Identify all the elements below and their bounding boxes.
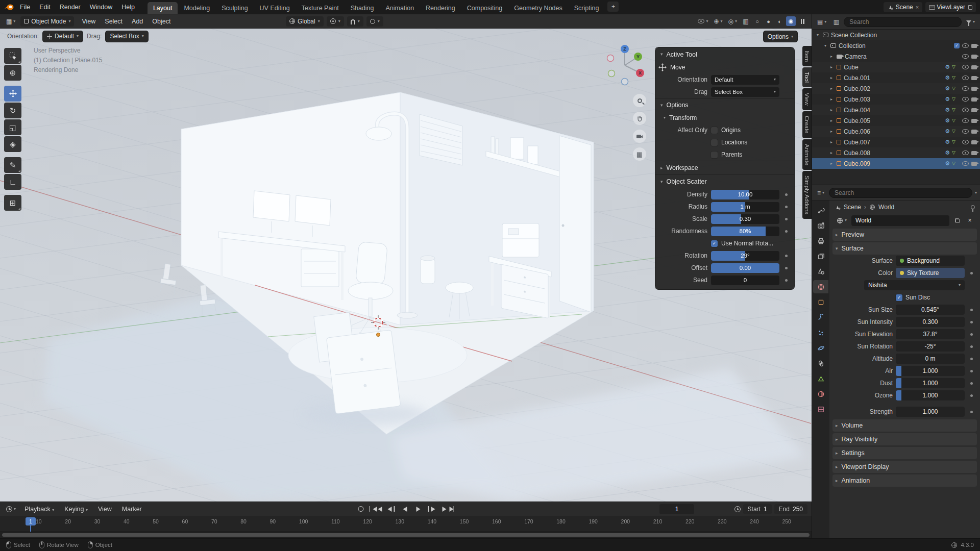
zoom-icon[interactable] [633, 94, 646, 107]
tool-rotate[interactable]: ↻ [4, 103, 21, 118]
number-field[interactable]: -25° [896, 341, 965, 352]
shading-rendered-button[interactable]: ◉ [786, 16, 796, 26]
unlink-datablock-icon[interactable]: × [965, 215, 975, 226]
workspace-tab[interactable]: Sculpting [216, 2, 253, 14]
topbar-menu[interactable]: Help [117, 2, 139, 12]
mode-dropdown[interactable]: Object Mode ▾ [20, 16, 74, 27]
viewport-canvas[interactable]: Orientation: Default ▾ Drag: Select Box … [0, 29, 812, 502]
animate-dot[interactable] [970, 382, 973, 385]
disable-render-icon[interactable] [971, 140, 977, 144]
workspace-tab[interactable]: Geometry Nodes [508, 2, 568, 14]
tab-constraints[interactable] [813, 357, 828, 370]
expand-arrow-icon[interactable]: ▸ [829, 86, 834, 91]
workspace-panel-header[interactable]: ▸ Workspace [655, 161, 794, 174]
number-field[interactable]: 0 m [896, 354, 965, 364]
hide-viewport-icon[interactable] [962, 86, 969, 91]
copy-datablock-icon[interactable] [952, 215, 962, 226]
topbar-menu[interactable]: Edit [35, 2, 55, 12]
collection-row[interactable]: ▾ Collection ✓ [812, 40, 980, 51]
chevron-down-icon[interactable]: ▾ [975, 191, 977, 195]
workspace-tab[interactable]: Scripting [569, 2, 605, 14]
expand-arrow-icon[interactable]: ▸ [829, 76, 834, 80]
workspace-tab[interactable]: Rendering [420, 2, 461, 14]
animate-dot[interactable] [970, 333, 973, 336]
origins-checkbox[interactable] [711, 127, 718, 134]
tool-move[interactable] [4, 86, 21, 102]
sidebar-tab[interactable]: Simply Addons [802, 171, 812, 219]
animate-dot[interactable] [970, 272, 973, 274]
workspace-tab[interactable]: UV Editing [254, 2, 296, 14]
outliner-object-row[interactable]: ▸ Camera ⚙ ▽ [812, 51, 980, 62]
expand-arrow-icon[interactable]: ▸ [829, 140, 834, 144]
value-slider[interactable]: 0.00 [711, 263, 779, 273]
workspace-tab[interactable]: Shading [345, 2, 380, 14]
timeline-menu[interactable]: Keying ▾ [60, 504, 92, 514]
value-slider[interactable]: 0 [711, 276, 779, 285]
tab-scene[interactable] [813, 265, 828, 278]
hide-viewport-icon[interactable] [962, 65, 969, 69]
options-dropdown[interactable]: Options ▾ [764, 31, 797, 42]
scene-selector[interactable]: Scene × [884, 2, 922, 12]
play-button[interactable] [412, 504, 425, 514]
outliner-object-row[interactable]: ▸ Cube.005 ⚙ ▽ [812, 115, 980, 126]
collapsed-panel-header[interactable]: ▸ Ray Visibility [832, 433, 977, 445]
toggle-xray-button[interactable]: ▥ [741, 16, 751, 27]
number-field[interactable]: 0.300 [896, 317, 965, 327]
use-normal-rotation-checkbox[interactable]: ✓ [711, 240, 718, 247]
sidebar-tab[interactable]: Tool [802, 67, 812, 87]
collapsed-panel-header[interactable]: ▸ Viewport Display [832, 461, 977, 473]
animate-dot[interactable] [970, 394, 973, 397]
workspace-tab[interactable]: Layout [148, 2, 178, 14]
collapsed-panel-header[interactable]: ▸ Animation [832, 474, 977, 487]
proportional-editing-dropdown[interactable]: ▾ [366, 16, 383, 27]
preview-panel-header[interactable]: ▸ Preview [832, 229, 977, 241]
viewport-menu[interactable]: Add [127, 16, 148, 27]
properties-search-input[interactable] [829, 188, 972, 198]
expand-arrow-icon[interactable]: ▸ [829, 151, 834, 155]
navigation-gizmo[interactable]: Z Y X [601, 42, 648, 89]
blender-logo-icon[interactable] [4, 3, 14, 12]
animate-dot[interactable] [970, 411, 973, 413]
disable-render-icon[interactable] [971, 130, 977, 134]
viewport-menu[interactable]: Object [148, 16, 175, 27]
outliner-object-row[interactable]: ▸ Cube.008 ⚙ ▽ [812, 147, 980, 158]
outliner-object-row[interactable]: ▸ Cube.002 ⚙ ▽ [812, 83, 980, 94]
tab-output[interactable] [813, 234, 828, 247]
current-frame-field[interactable]: 1 [659, 504, 694, 514]
setting-dropdown[interactable]: Default ▾ [711, 75, 779, 85]
hide-viewport-icon[interactable] [962, 151, 969, 155]
collapsed-panel-header[interactable]: ▸ Volume [832, 419, 977, 432]
tab-world[interactable] [813, 280, 828, 293]
disable-render-icon[interactable] [971, 97, 977, 102]
show-gizmos-dropdown[interactable]: ⊕ ▾ [712, 16, 724, 27]
workspace-tab[interactable]: Animation [380, 2, 420, 14]
expand-arrow-icon[interactable]: ▸ [829, 54, 834, 59]
outliner-object-row[interactable]: ▸ Cube.001 ⚙ ▽ [812, 72, 980, 83]
breadcrumb-world[interactable]: World [878, 204, 894, 211]
drag-setting-dropdown[interactable]: Select Box ▾ [106, 31, 148, 42]
tab-object-data[interactable] [813, 372, 828, 385]
disable-render-icon[interactable] [971, 108, 977, 112]
tool-annotate[interactable]: ✎ [4, 157, 21, 173]
transform-subpanel-header[interactable]: ▾ Transform [655, 112, 794, 124]
disable-render-icon[interactable] [971, 151, 977, 155]
options-panel-header[interactable]: ▾ Options [655, 98, 794, 112]
tab-particles[interactable] [813, 326, 828, 339]
tool-select-box[interactable] [4, 48, 21, 64]
hide-viewport-icon[interactable] [962, 43, 969, 48]
animate-dot[interactable] [785, 193, 788, 196]
auto-keying-icon[interactable] [358, 506, 364, 512]
disable-render-icon[interactable] [971, 55, 977, 59]
disable-render-icon[interactable] [971, 119, 977, 123]
expand-arrow-icon[interactable]: ▸ [829, 161, 834, 166]
outliner-object-row[interactable]: ▸ Cube.006 ⚙ ▽ [812, 126, 980, 137]
tool-cursor[interactable]: ⊕ [4, 65, 21, 81]
animate-dot[interactable] [970, 309, 973, 311]
tab-view-layer[interactable] [813, 249, 828, 263]
tab-material[interactable] [813, 387, 828, 400]
scene-collection-row[interactable]: ▾ Scene Collection [812, 30, 980, 40]
sun-disc-checkbox[interactable]: ✓ [896, 294, 902, 301]
setting-dropdown[interactable]: Select Box ▾ [711, 87, 779, 97]
value-slider[interactable]: 1.000 [896, 390, 965, 400]
surface-shader-button[interactable]: Background [896, 256, 965, 266]
